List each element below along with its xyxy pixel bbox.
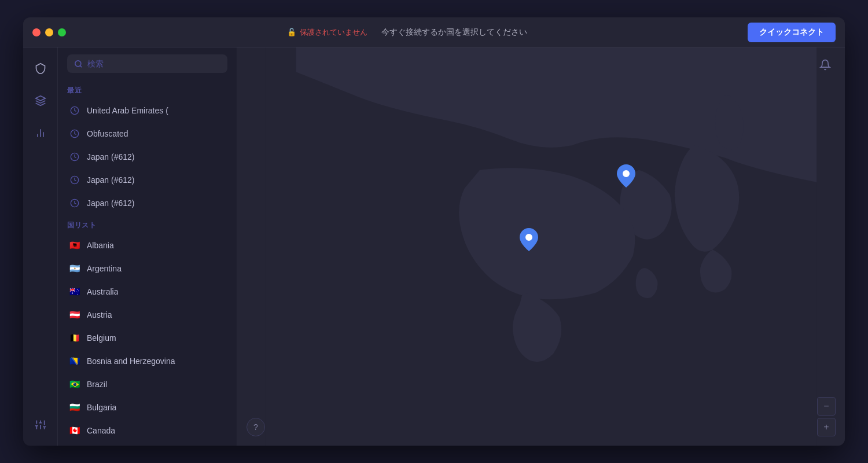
country-canada[interactable]: 🇨🇦 Canada <box>62 419 232 442</box>
svg-point-22 <box>623 170 630 177</box>
recent-item-japan3[interactable]: Japan (#612) <box>62 192 232 215</box>
country-albania[interactable]: 🇦🇱 Albania <box>62 234 232 257</box>
recent-item-obfuscated[interactable]: Obfuscated <box>62 122 232 145</box>
map-controls: − + <box>817 397 836 436</box>
map-area: ? − + <box>237 47 845 446</box>
svg-point-21 <box>525 234 532 241</box>
main-layout: 最近 United Arab Emirates ( <box>23 47 845 446</box>
search-icon <box>74 60 83 68</box>
country-brazil[interactable]: 🇧🇷 Brazil <box>62 373 232 396</box>
country-albania-name: Albania <box>87 241 114 250</box>
app-window: 🔓 保護されていません 今すぐ接続するか国を選択してください クイックコネクト <box>23 17 845 446</box>
sidebar-item-stats[interactable] <box>29 122 52 145</box>
sidebar-item-layers[interactable] <box>29 89 52 112</box>
country-bosnia[interactable]: 🇧🇦 Bosnia and Herzegovina <box>62 350 232 373</box>
notification-button[interactable] <box>815 54 836 75</box>
flag-austria: 🇦🇹 <box>68 308 81 321</box>
country-brazil-name: Brazil <box>87 380 107 389</box>
recent-item-japan3-name: Japan (#612) <box>87 199 135 208</box>
recent-clock-icon-3 <box>68 150 81 163</box>
country-australia[interactable]: 🇦🇺 Australia <box>62 280 232 303</box>
svg-line-14 <box>80 65 82 67</box>
recent-clock-icon-2 <box>68 127 81 140</box>
svg-point-13 <box>75 60 81 66</box>
lock-icon: 🔓 <box>287 28 296 36</box>
svg-marker-0 <box>35 96 45 101</box>
recent-clock-icon-5 <box>68 197 81 210</box>
country-bulgaria-name: Bulgaria <box>87 403 116 412</box>
country-australia-name: Australia <box>87 287 118 296</box>
country-argentina[interactable]: 🇦🇷 Argentina <box>62 257 232 280</box>
country-list-section-header: 国リスト <box>62 215 232 234</box>
country-bosnia-name: Bosnia and Herzegovina <box>87 357 175 366</box>
country-austria-name: Austria <box>87 310 112 319</box>
minimize-button[interactable] <box>45 28 53 36</box>
zoom-in-icon: + <box>823 422 829 432</box>
map-pin-2[interactable] <box>616 163 637 191</box>
sidebar <box>23 47 58 446</box>
recent-item-uae[interactable]: United Arab Emirates ( <box>62 99 232 122</box>
status-text: 保護されていません <box>300 27 367 38</box>
recent-clock-icon <box>68 104 81 117</box>
country-canada-name: Canada <box>87 426 115 435</box>
flag-argentina: 🇦🇷 <box>68 262 81 275</box>
titlebar: 🔓 保護されていません 今すぐ接続するか国を選択してください クイックコネクト <box>23 17 845 47</box>
recent-item-japan2-name: Japan (#612) <box>87 175 135 185</box>
zoom-out-icon: − <box>823 401 829 411</box>
maximize-button[interactable] <box>58 28 66 36</box>
help-icon: ? <box>253 422 258 432</box>
flag-canada: 🇨🇦 <box>68 424 81 437</box>
country-belgium-name: Belgium <box>87 333 116 343</box>
search-bar <box>58 47 237 80</box>
recent-item-japan1[interactable]: Japan (#612) <box>62 145 232 168</box>
map-svg <box>237 47 845 446</box>
search-wrapper[interactable] <box>67 54 227 73</box>
flag-bulgaria: 🇧🇬 <box>68 401 81 414</box>
sidebar-item-shield[interactable] <box>29 57 52 80</box>
search-input[interactable] <box>87 59 220 68</box>
flag-australia: 🇦🇺 <box>68 285 81 298</box>
titlebar-subtitle: 今すぐ接続するか国を選択してください <box>381 27 527 38</box>
recent-item-japan2[interactable]: Japan (#612) <box>62 168 232 192</box>
map-pin-1[interactable] <box>518 227 539 255</box>
recent-section-header: 最近 <box>62 80 232 99</box>
flag-belgium: 🇧🇪 <box>68 332 81 344</box>
connection-status: 🔓 保護されていません <box>287 27 367 38</box>
help-button[interactable]: ? <box>247 418 265 436</box>
country-list: 最近 United Arab Emirates ( <box>58 80 237 446</box>
country-belgium[interactable]: 🇧🇪 Belgium <box>62 326 232 350</box>
recent-item-uae-name: United Arab Emirates ( <box>87 106 168 115</box>
country-panel: 最近 United Arab Emirates ( <box>58 47 237 446</box>
close-button[interactable] <box>32 28 41 36</box>
recent-item-obfuscated-name: Obfuscated <box>87 129 128 138</box>
country-bulgaria[interactable]: 🇧🇬 Bulgaria <box>62 396 232 419</box>
country-austria[interactable]: 🇦🇹 Austria <box>62 303 232 326</box>
country-chile[interactable]: 🇨🇱 Chile <box>62 442 232 446</box>
flag-albania: 🇦🇱 <box>68 239 81 252</box>
recent-item-japan1-name: Japan (#612) <box>87 152 135 161</box>
country-argentina-name: Argentina <box>87 264 122 273</box>
zoom-in-button[interactable]: + <box>817 418 836 436</box>
sidebar-item-settings[interactable] <box>29 413 52 436</box>
flag-brazil: 🇧🇷 <box>68 378 81 391</box>
flag-bosnia: 🇧🇦 <box>68 355 81 368</box>
recent-clock-icon-4 <box>68 174 81 186</box>
zoom-out-button[interactable]: − <box>817 397 836 416</box>
traffic-lights <box>32 28 66 36</box>
titlebar-center: 🔓 保護されていません 今すぐ接続するか国を選択してください <box>66 27 748 38</box>
quick-connect-button[interactable]: クイックコネクト <box>748 23 836 42</box>
